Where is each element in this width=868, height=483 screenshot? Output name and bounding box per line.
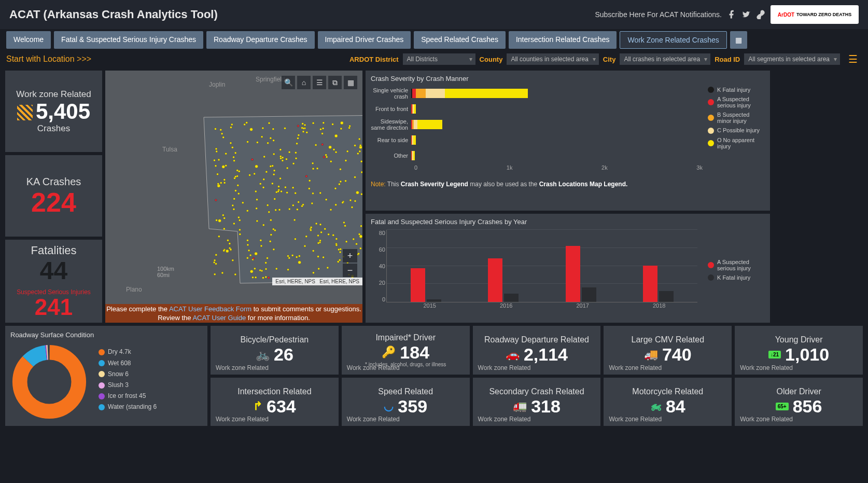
tab-grid-icon[interactable]: ▦ [730,31,747,49]
car-icon: 🚗 [506,348,520,362]
svg-point-315 [236,169,239,171]
userguide-link[interactable]: ACAT User Guide [192,314,246,322]
svg-point-389 [223,182,226,184]
svg-point-317 [298,261,301,264]
svg-point-339 [317,256,319,258]
year-bars[interactable]: 806040200 2015201620172018 [371,230,697,313]
svg-point-17 [345,160,347,162]
svg-point-19 [262,127,264,129]
svg-point-345 [322,128,324,130]
map-layers-icon[interactable]: ⧉ [328,76,342,89]
svg-point-114 [234,190,236,192]
district-label: ARDOT District [349,56,399,63]
subscribe-text[interactable]: Subscribe Here For ACAT Notifications. [595,10,722,19]
tab-0[interactable]: Welcome [6,31,51,49]
svg-point-39 [234,273,236,275]
svg-point-419 [288,208,290,210]
tab-1[interactable]: Fatal & Suspected Serious Injury Crashes [54,31,203,49]
tab-6[interactable]: Work Zone Related Crashes [620,31,726,49]
svg-point-164 [317,234,319,237]
tab-3[interactable]: Impaired Driver Crashes [318,31,411,49]
mini-card[interactable]: Roadway Departure Related🚗2,114Work zone… [473,326,601,375]
svg-point-303 [242,202,244,204]
map-search-icon[interactable]: 🔍 [282,76,295,89]
map-legend-icon[interactable]: ☰ [313,76,326,89]
svg-point-15 [340,121,343,125]
facebook-icon[interactable] [727,10,736,19]
mini-card[interactable]: Impaired* Driver🔑184* includes, alcohol,… [342,326,470,375]
state-outline [199,107,362,304]
tab-5[interactable]: Intersection Related Crashes [509,31,617,49]
svg-point-278 [358,233,360,236]
svg-point-349 [298,134,300,136]
svg-point-338 [273,153,275,155]
svg-point-132 [339,259,341,261]
header: ACAT (Arkansas Crash Analytics Tool) Sub… [0,0,868,29]
svg-point-198 [312,168,314,170]
district-select[interactable]: All Districts [403,53,475,65]
svg-point-144 [255,277,257,279]
svg-point-128 [267,257,269,259]
svg-point-327 [315,144,317,146]
county-select[interactable]: All counties in selected area [507,53,598,65]
svg-point-350 [316,168,318,170]
map-canvas[interactable]: 🔍 ⌂ ☰ ⧉ ▦ + − JoplinSpringfieldCape Gira… [105,71,362,304]
start-location[interactable]: Start with Location >>> [6,54,91,64]
svg-point-245 [254,173,256,175]
tab-2[interactable]: Roadway Departure Crashes [206,31,315,49]
mini-card[interactable]: Young Driver↓211,010Work zone Related [735,326,863,375]
svg-point-48 [272,165,274,167]
svg-point-329 [332,123,334,126]
zoom-in-button[interactable]: + [343,249,357,263]
svg-point-95 [263,156,265,158]
svg-point-286 [217,183,219,185]
mini-card[interactable]: Intersection Related↱634Work zone Relate… [211,378,339,426]
mini-card[interactable]: Speed Related◡359Work zone Related [342,378,470,426]
svg-point-215 [237,216,240,218]
filter-bar: Start with Location >>> ARDOT District A… [0,51,868,67]
svg-point-187 [273,173,275,175]
svg-point-376 [237,192,240,195]
mini-card[interactable]: Motorcycle Related🏍84Work zone Related [604,378,732,426]
svg-point-390 [246,121,248,123]
tab-4[interactable]: Speed Related Crashes [414,31,506,49]
svg-point-188 [223,250,225,252]
city-select[interactable]: All crashes in selected area [620,53,710,65]
map-basemap-icon[interactable]: ▦ [344,76,357,89]
svg-point-413 [359,247,361,250]
severity-bars[interactable]: Single vehicle crashFront to frontSidesw… [371,87,703,175]
secondary-icon: 🚛 [513,399,527,413]
twitter-icon[interactable] [741,10,751,19]
svg-point-120 [270,233,272,236]
map-home-icon[interactable]: ⌂ [297,76,311,89]
svg-point-224 [344,225,346,227]
svg-point-321 [233,177,235,180]
svg-point-115 [268,277,270,279]
svg-point-400 [233,156,235,158]
svg-point-80 [357,153,359,155]
svg-point-398 [215,165,217,167]
mini-card[interactable]: Bicycle/Pedestrian🚲26Work zone Related [211,326,339,375]
svg-point-64 [214,128,216,130]
svg-point-190 [356,191,359,194]
mini-card[interactable]: Secondary Crash Related🚛318Work zone Rel… [473,378,601,426]
link-icon[interactable] [756,10,765,19]
road-select[interactable]: All segments in selected area [744,53,840,65]
zoom-out-button[interactable]: − [343,264,357,277]
svg-point-332 [301,205,303,207]
menu-icon[interactable]: ☰ [844,53,862,65]
year-chart-panel: Fatal and Suspected Serious Injury Crash… [366,214,770,323]
feedback-link[interactable]: ACAT User Feedback Form [169,305,251,313]
svg-point-323 [279,177,282,180]
svg-point-72 [267,142,269,144]
surface-donut[interactable] [10,343,88,421]
svg-point-280 [334,134,338,137]
fatal-stat: Fatalities 44 Suspected Serious Injuries… [5,240,102,323]
ardot-logo[interactable]: ArDOT TOWARD ZERO DEATHS [771,5,859,24]
svg-point-331 [234,152,236,154]
mini-card[interactable]: Large CMV Related🚚740Work zone Related [604,326,732,375]
svg-point-54 [294,238,296,240]
mini-card[interactable]: Older Driver65+856Work zone Related [735,378,863,426]
map-attribution: Esri, HERE, NPS Esri, HERE, NPS [272,278,362,285]
svg-point-386 [239,219,241,221]
